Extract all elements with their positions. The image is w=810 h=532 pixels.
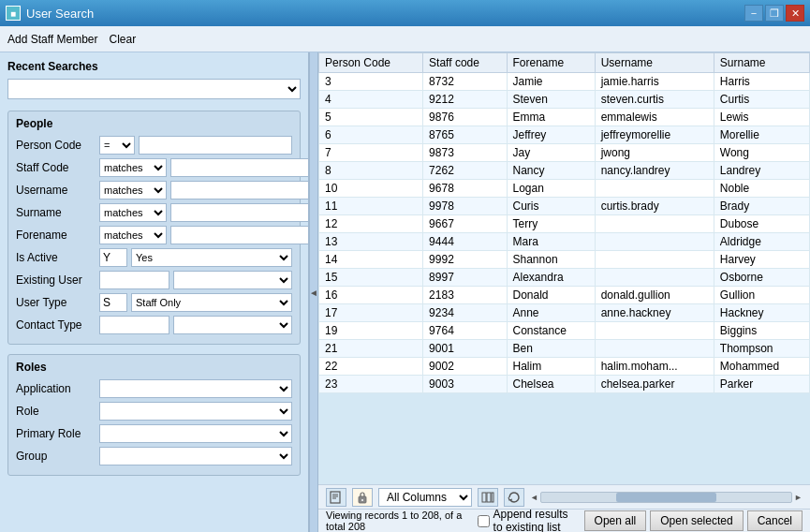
table-row[interactable]: 229002Halimhalim.moham...Mohammed — [319, 358, 810, 376]
table-row[interactable]: 87262Nancynancy.landreyLandrey — [319, 162, 810, 180]
table-row[interactable]: 49212Stevensteven.curtisCurtis — [319, 91, 810, 109]
cell-username — [595, 233, 714, 251]
minimize-button[interactable]: − — [744, 5, 763, 22]
svg-rect-7 — [487, 493, 491, 502]
columns-config-btn[interactable] — [478, 488, 498, 507]
lock-columns-btn[interactable] — [352, 488, 373, 507]
cell-surname: Lewis — [714, 109, 809, 126]
is-active-row: Is Active YesNo — [16, 248, 292, 267]
app-window: ■ User Search − ❒ ✕ Add Staff Member Cle… — [0, 0, 810, 532]
status-text: Viewing records 1 to 208, of a total 208 — [326, 510, 478, 532]
cell-forename: Logan — [507, 180, 595, 198]
all-columns-select[interactable]: All Columns Selected Columns — [378, 488, 472, 507]
cell-person_code: 10 — [319, 180, 423, 198]
cell-person_code: 13 — [319, 233, 423, 251]
group-label: Group — [16, 450, 96, 463]
horizontal-scrollbar[interactable] — [540, 492, 792, 503]
scroll-right-btn[interactable]: ► — [794, 493, 803, 502]
close-button[interactable]: ✕ — [786, 5, 804, 22]
table-row[interactable]: 149992ShannonHarvey — [319, 251, 810, 269]
cell-staff_code: 8732 — [423, 73, 507, 91]
cell-staff_code: 9002 — [423, 358, 507, 376]
group-select[interactable] — [99, 447, 292, 466]
cancel-button[interactable]: Cancel — [747, 510, 803, 531]
staff-code-row: Staff Code matchesstarts withcontains — [16, 158, 292, 177]
open-all-button[interactable]: Open all — [584, 510, 647, 531]
table-row[interactable]: 38732Jamiejamie.harrisHarris — [319, 73, 810, 91]
role-select[interactable] — [99, 402, 292, 421]
cell-staff_code: 9978 — [423, 198, 507, 215]
scroll-area: ◄ ► — [530, 492, 803, 503]
user-type-label: User Type — [16, 296, 96, 309]
forename-label: Forename — [16, 229, 96, 242]
restore-button[interactable]: ❒ — [765, 5, 784, 22]
svg-rect-0 — [331, 492, 340, 503]
refresh-btn[interactable] — [504, 488, 524, 507]
table-row[interactable]: 59876EmmaemmalewisLewis — [319, 109, 810, 126]
open-selected-button[interactable]: Open selected — [650, 510, 743, 531]
is-active-select[interactable]: YesNo — [131, 248, 292, 267]
username-input[interactable] — [170, 181, 309, 200]
cell-surname: Brady — [714, 198, 809, 215]
user-type-select[interactable]: Staff OnlyAll Users — [131, 293, 292, 312]
surname-input[interactable] — [170, 203, 309, 222]
username-label: Username — [16, 184, 96, 197]
table-row[interactable]: 158997AlexandraOsborne — [319, 269, 810, 287]
table-row[interactable]: 219001BenThompson — [319, 340, 810, 358]
user-type-code-input[interactable] — [99, 293, 127, 312]
existing-user-code-input[interactable] — [99, 271, 169, 289]
col-staff-code: Staff code — [423, 53, 507, 73]
role-row: Role — [16, 402, 292, 421]
table-row[interactable]: 199764ConstanceBiggins — [319, 322, 810, 340]
contact-type-select[interactable] — [173, 316, 292, 334]
cell-surname: Morellie — [714, 126, 809, 144]
results-table-container[interactable]: Person Code Staff code Forename Username… — [318, 52, 810, 484]
existing-user-select[interactable] — [173, 271, 292, 289]
table-row[interactable]: 119978Curiscurtis.bradyBrady — [319, 198, 810, 215]
is-active-code-input[interactable] — [99, 248, 127, 267]
bottom-bar: All Columns Selected Columns ◄ — [318, 484, 810, 532]
recent-searches-dropdown[interactable] — [7, 79, 301, 99]
cell-person_code: 22 — [319, 358, 423, 376]
forename-input[interactable] — [170, 226, 309, 244]
cell-username: chelsea.parker — [595, 376, 714, 393]
primary-role-select[interactable] — [99, 424, 292, 443]
left-panel: Recent Searches People Person Code =!=<>… — [0, 52, 309, 532]
username-operator[interactable]: matchesstarts withcontains — [99, 181, 167, 200]
table-row[interactable]: 109678LoganNoble — [319, 180, 810, 198]
staff-code-input[interactable] — [170, 158, 309, 177]
user-type-row: User Type Staff OnlyAll Users — [16, 293, 292, 312]
window-title: User Search — [26, 7, 94, 21]
lock-icon — [356, 491, 369, 504]
forename-row: Forename matchesstarts withcontains — [16, 226, 292, 244]
collapse-handle[interactable]: ◄ — [309, 52, 318, 532]
menu-clear[interactable]: Clear — [110, 33, 137, 46]
table-row[interactable]: 139444MaraAldridge — [319, 233, 810, 251]
menu-add-staff-member[interactable]: Add Staff Member — [7, 33, 98, 46]
staff-code-operator[interactable]: matchesstarts withcontains — [99, 158, 167, 177]
contact-type-code-input[interactable] — [99, 316, 169, 334]
table-row[interactable]: 79873JayjwongWong — [319, 144, 810, 162]
results-table: Person Code Staff code Forename Username… — [318, 52, 810, 393]
cell-person_code: 17 — [319, 304, 423, 322]
cell-forename: Ben — [507, 340, 595, 358]
cell-username: anne.hackney — [595, 304, 714, 322]
person-code-input[interactable] — [139, 136, 292, 155]
existing-user-row: Existing User — [16, 271, 292, 289]
table-row[interactable]: 68765JeffreyjeffreymorellieMorellie — [319, 126, 810, 144]
cell-username: halim.moham... — [595, 358, 714, 376]
col-username: Username — [595, 53, 714, 73]
application-select[interactable] — [99, 379, 292, 398]
export-icon-btn[interactable] — [326, 488, 346, 507]
append-checkbox[interactable] — [478, 515, 490, 527]
cell-staff_code: 9678 — [423, 180, 507, 198]
table-row[interactable]: 162183Donalddonald.gullionGullion — [319, 287, 810, 304]
scroll-left-btn[interactable]: ◄ — [530, 493, 538, 502]
table-row[interactable]: 129667TerryDubose — [319, 215, 810, 233]
table-row[interactable]: 179234Anneanne.hackneyHackney — [319, 304, 810, 322]
cell-staff_code: 7262 — [423, 162, 507, 180]
table-row[interactable]: 239003Chelseachelsea.parkerParker — [319, 376, 810, 393]
forename-operator[interactable]: matchesstarts withcontains — [99, 226, 167, 244]
person-code-operator[interactable]: =!=<> — [99, 136, 135, 155]
surname-operator[interactable]: matchesstarts withcontains — [99, 203, 167, 222]
